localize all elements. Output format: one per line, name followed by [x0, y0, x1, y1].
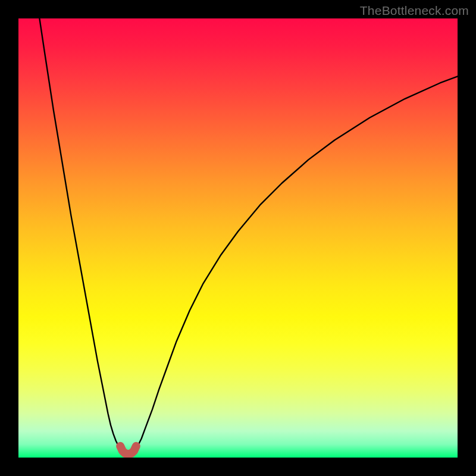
curve-layer [18, 18, 458, 458]
watermark-text: TheBottleneck.com [360, 4, 469, 18]
min-marker [120, 446, 136, 454]
curve-left-branch [39, 18, 122, 451]
curve-right-branch [134, 76, 458, 451]
chart-stage: TheBottleneck.com [0, 0, 476, 476]
plot-area [18, 18, 458, 458]
